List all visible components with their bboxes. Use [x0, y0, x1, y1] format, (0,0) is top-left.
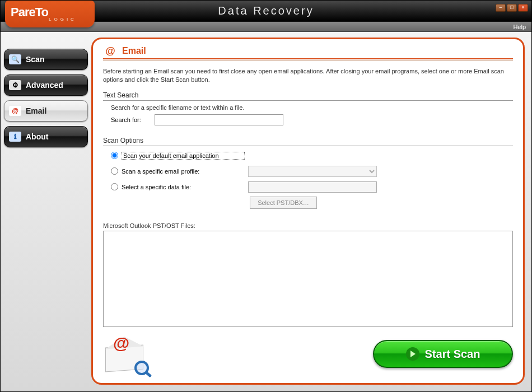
search-for-label: Search for: [111, 116, 150, 123]
radio-default-app-label: Scan your default email application [122, 152, 245, 160]
sidebar-item-label: Email [26, 106, 46, 115]
select-pst-dbx-button[interactable]: Select PST/DBX… [250, 197, 317, 209]
info-icon: ℹ [9, 132, 21, 142]
brand-logo: PareTo LOGIC [5, 1, 95, 27]
scan-options-block: Scan your default email application Scan… [103, 150, 513, 214]
start-scan-label: Start Scan [425, 348, 480, 361]
app-window: PareTo LOGIC Data Recovery – □ × Help 🔍 … [0, 0, 532, 392]
sidebar-item-advanced[interactable]: ⚙ Advanced [4, 74, 88, 96]
scan-option-profile: Scan a specific email profile: [111, 165, 513, 178]
minimize-button[interactable]: – [496, 4, 506, 12]
text-search-heading: Text Search [103, 91, 513, 101]
sidebar-item-scan[interactable]: 🔍 Scan [4, 49, 88, 70]
scan-option-datafile: Select a specific data file: [111, 181, 513, 193]
brand-text-1: PareTo [11, 7, 95, 18]
start-scan-button[interactable]: Start Scan [373, 340, 513, 368]
pst-file-listbox[interactable] [103, 231, 513, 327]
at-sign-icon: @ [113, 334, 129, 353]
text-search-hint: Search for a specific filename or text w… [111, 104, 513, 111]
pst-list-label: Microsoft Outlook PST/OST Files: [103, 222, 513, 229]
sidebar-item-label: Scan [26, 55, 44, 64]
app-title: Data Recovery [218, 4, 314, 17]
panel-intro-text: Before starting an Email scan you need t… [103, 67, 513, 85]
maximize-button[interactable]: □ [507, 4, 517, 12]
main-panel: @ Email Before starting an Email scan yo… [91, 38, 525, 385]
email-scan-icon: @ [9, 106, 21, 116]
brand-text-2: LOGIC [49, 17, 95, 22]
panel-header: @ Email [103, 45, 513, 59]
scan-options-heading: Scan Options [103, 137, 513, 146]
sidebar-item-label: About [26, 132, 48, 141]
panel-footer: @ Start Scan [103, 333, 513, 375]
play-arrow-icon [406, 347, 419, 361]
sidebar: 🔍 Scan ⚙ Advanced @ Email ℹ About [4, 38, 88, 385]
magnifier-icon [134, 361, 149, 375]
sidebar-item-about[interactable]: ℹ About [4, 126, 88, 147]
radio-specific-file[interactable] [111, 183, 118, 190]
body-area: 🔍 Scan ⚙ Advanced @ Email ℹ About @ Emai… [1, 32, 531, 391]
radio-specific-profile-label: Scan a specific email profile: [122, 168, 245, 175]
email-envelope-art: @ [103, 334, 153, 374]
datafile-path-input[interactable] [248, 181, 377, 193]
sidebar-item-label: Advanced [26, 81, 63, 90]
scan-option-default: Scan your default email application [111, 150, 513, 162]
close-button[interactable]: × [518, 4, 528, 12]
help-menu[interactable]: Help [513, 24, 526, 30]
drive-advanced-icon: ⚙ [9, 80, 21, 90]
radio-specific-profile[interactable] [111, 167, 118, 175]
radio-default-app[interactable] [111, 152, 118, 159]
email-icon: @ [103, 45, 118, 57]
profile-select[interactable] [248, 166, 377, 177]
sidebar-item-email[interactable]: @ Email [4, 100, 88, 122]
window-controls: – □ × [496, 4, 528, 12]
radio-specific-file-label: Select a specific data file: [122, 184, 245, 190]
select-file-row: Select PST/DBX… [250, 197, 513, 209]
text-search-block: Search for a specific filename or text w… [103, 104, 513, 129]
panel-title: Email [122, 46, 146, 56]
search-input[interactable] [155, 114, 283, 125]
drive-scan-icon: 🔍 [9, 54, 21, 64]
title-bar: PareTo LOGIC Data Recovery – □ × [1, 1, 531, 22]
